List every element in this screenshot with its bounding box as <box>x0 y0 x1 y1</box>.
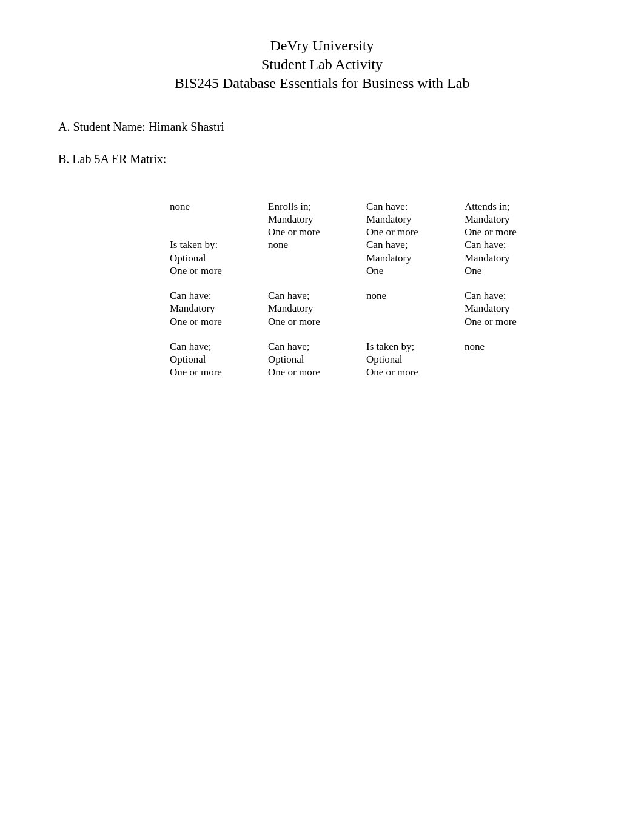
matrix-row-0: none Enrolls in; Mandatory One or more C… <box>170 200 589 239</box>
cell-line: Can have: <box>366 200 458 213</box>
cell-line: Can have; <box>465 238 557 251</box>
cell-line: Attends in; <box>465 200 557 213</box>
cell-line: One or more <box>366 226 458 238</box>
document-header: DeVry University Student Lab Activity BI… <box>55 36 589 93</box>
section-b-lab-title: B. Lab 5A ER Matrix: <box>55 152 589 166</box>
header-line-2: Student Lab Activity <box>55 55 589 74</box>
cell-line: One <box>465 264 557 277</box>
cell-line: One or more <box>465 226 557 238</box>
cell-line: Can have: <box>170 289 262 302</box>
cell-line: Mandatory <box>465 302 557 315</box>
matrix-cell: Is taken by; Optional One or more <box>366 340 465 379</box>
header-line-3: BIS245 Database Essentials for Business … <box>55 74 589 93</box>
cell-line: One or more <box>465 315 557 328</box>
cell-line: Can have; <box>465 289 557 302</box>
cell-line: Optional <box>170 353 262 366</box>
cell-line: Can have; <box>268 340 360 353</box>
matrix-cell: Is taken by: Optional One or more <box>170 238 268 277</box>
cell-line: One or more <box>366 366 458 378</box>
matrix-cell: Can have; Mandatory One or more <box>268 289 366 328</box>
cell-line: none <box>170 200 262 213</box>
matrix-cell: Can have: Mandatory One or more <box>170 289 268 328</box>
cell-line: Is taken by: <box>170 238 262 251</box>
cell-line: none <box>465 340 557 353</box>
matrix-cell: Can have; Mandatory One or more <box>465 289 563 328</box>
cell-line: Mandatory <box>170 302 262 315</box>
cell-line: Mandatory <box>366 213 458 226</box>
cell-line: Enrolls in; <box>268 200 360 213</box>
matrix-cell: Can have; Mandatory One <box>366 238 465 277</box>
cell-line: One or more <box>268 366 360 378</box>
cell-line: Can have; <box>268 289 360 302</box>
cell-line: Mandatory <box>465 252 557 264</box>
cell-line: One or more <box>170 366 262 378</box>
cell-line: Mandatory <box>268 302 360 315</box>
matrix-cell: Can have: Mandatory One or more <box>366 200 465 239</box>
cell-line: Can have; <box>170 340 262 353</box>
cell-line: One or more <box>170 264 262 277</box>
cell-line: Mandatory <box>366 252 458 264</box>
matrix-cell: Enrolls in; Mandatory One or more <box>268 200 366 239</box>
matrix-row-1: Is taken by: Optional One or more none C… <box>170 238 589 277</box>
matrix-cell: Can have; Optional One or more <box>268 340 366 379</box>
section-a-student-name: A. Student Name: Himank Shastri <box>55 120 589 134</box>
matrix-cell: Attends in; Mandatory One or more <box>465 200 563 239</box>
header-line-1: DeVry University <box>55 36 589 55</box>
cell-line: One or more <box>170 315 262 328</box>
er-matrix: none Enrolls in; Mandatory One or more C… <box>170 200 589 379</box>
cell-line: none <box>366 289 458 302</box>
matrix-cell: Can have; Mandatory One <box>465 238 563 277</box>
cell-line: Optional <box>268 353 360 366</box>
matrix-cell: none <box>465 340 563 379</box>
cell-line: Mandatory <box>465 213 557 226</box>
matrix-cell: Can have; Optional One or more <box>170 340 268 379</box>
cell-line: One <box>366 264 458 277</box>
cell-line: Optional <box>366 353 458 366</box>
matrix-cell: none <box>170 200 268 239</box>
cell-line: Optional <box>170 252 262 264</box>
cell-line: Mandatory <box>268 213 360 226</box>
cell-line: One or more <box>268 315 360 328</box>
matrix-cell: none <box>366 289 465 328</box>
matrix-cell: none <box>268 238 366 277</box>
matrix-row-2: Can have: Mandatory One or more Can have… <box>170 289 589 328</box>
cell-line: none <box>268 238 360 251</box>
cell-line: Can have; <box>366 238 458 251</box>
matrix-row-3: Can have; Optional One or more Can have;… <box>170 340 589 379</box>
cell-line: Is taken by; <box>366 340 458 353</box>
cell-line: One or more <box>268 226 360 238</box>
